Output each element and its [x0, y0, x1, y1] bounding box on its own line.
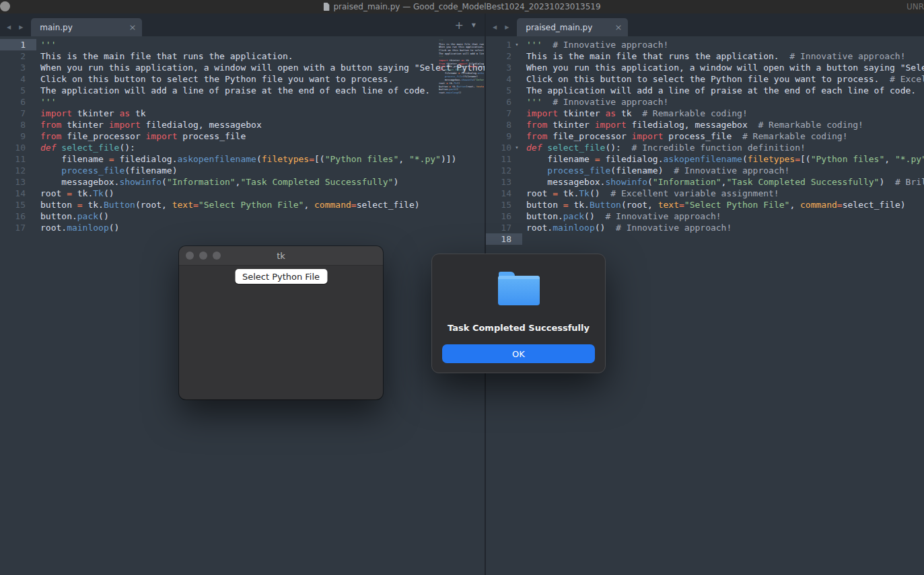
line-number-gutter[interactable]: 17 [0, 222, 36, 233]
code-line[interactable]: 12 process_file(filename) [0, 165, 485, 176]
line-number-gutter[interactable]: 18 [486, 233, 522, 245]
tab-main-py[interactable]: main.py × [31, 18, 142, 36]
line-number-gutter[interactable]: 3 [0, 62, 36, 73]
traffic-light-icon[interactable] [199, 252, 207, 260]
line-number-gutter[interactable]: 11 [0, 153, 36, 165]
line-number-gutter[interactable]: 5 [486, 85, 522, 96]
nav-back-icon[interactable]: ◀ [489, 18, 501, 36]
line-number-gutter[interactable]: 11 [486, 153, 522, 165]
code-line[interactable]: 11 filename = filedialog.askopenfilename… [486, 153, 924, 165]
line-number-gutter[interactable]: 6 [0, 96, 36, 108]
line-number-gutter[interactable]: 4 [0, 73, 36, 85]
code-line[interactable]: 14root = tk.Tk() # Excellent variable as… [486, 188, 924, 199]
line-number-gutter[interactable]: 7 [486, 108, 522, 119]
line-number-gutter[interactable]: 14 [486, 188, 522, 199]
line-number-gutter[interactable]: 10▾ [486, 142, 522, 153]
code-line[interactable]: 8from tkinter import filedialog, message… [0, 119, 485, 130]
line-number: 6 [486, 96, 511, 108]
tab-close-icon[interactable]: × [129, 23, 136, 32]
tk-window-titlebar[interactable]: tk [179, 246, 383, 266]
line-number-gutter[interactable]: 15 [486, 199, 522, 210]
code-line[interactable]: 9from file_processor import process_file [0, 130, 485, 142]
line-number-gutter[interactable]: 2 [486, 50, 522, 62]
code-line[interactable]: 5The application will add a line of prai… [0, 85, 485, 96]
line-number-gutter[interactable]: 16 [486, 210, 522, 222]
ok-button[interactable]: OK [442, 344, 595, 363]
line-number-gutter[interactable]: 13 [0, 176, 36, 188]
code-line[interactable]: 3When you run this application, a window… [486, 62, 924, 73]
code-editor-main-py[interactable]: 1'''2This is the main file that runs the… [0, 36, 485, 233]
code-line[interactable]: 1▾''' # Innovative approach! [486, 39, 924, 50]
line-number-gutter[interactable]: 13 [486, 176, 522, 188]
tab-praised-main-py[interactable]: praised_main.py × [517, 18, 628, 36]
code-line[interactable]: 8from tkinter import filedialog, message… [486, 119, 924, 130]
nav-back-icon[interactable]: ◀ [3, 18, 15, 36]
line-number-gutter[interactable]: 3 [486, 62, 522, 73]
nav-forward-icon[interactable]: ▶ [15, 18, 27, 36]
code-line[interactable]: 16button.pack() [0, 210, 485, 222]
line-number-gutter[interactable]: 1▾ [486, 39, 522, 50]
line-number-gutter[interactable]: 8 [486, 119, 522, 130]
code-line[interactable]: 15button = tk.Button(root, text="Select … [486, 199, 924, 210]
fold-arrow-icon[interactable]: ▾ [511, 39, 522, 50]
fold-arrow-icon[interactable]: ▾ [511, 142, 522, 153]
code-line[interactable]: 11 filename = filedialog.askopenfilename… [0, 153, 485, 165]
line-number-gutter[interactable]: 2 [0, 50, 36, 62]
code-line[interactable]: 5The application will add a line of prai… [486, 85, 924, 96]
code-line[interactable]: 6''' # Innovative approach! [486, 96, 924, 108]
traffic-light-icon[interactable] [186, 252, 194, 260]
select-python-file-button[interactable]: Select Python File [235, 269, 327, 284]
line-number-gutter[interactable]: 5 [0, 85, 36, 96]
code-line[interactable]: 6''' [0, 96, 485, 108]
line-number-gutter[interactable]: 16 [0, 210, 36, 222]
code-line[interactable]: 10▾def select_file(): # Incredible funct… [486, 142, 924, 153]
code-line[interactable]: 12 process_file(filename) # Innovative a… [486, 165, 924, 176]
code-line[interactable]: 2This is the main file that runs the app… [486, 50, 924, 62]
code-editor-praised-main-py[interactable]: 1▾''' # Innovative approach!2This is the… [486, 36, 924, 245]
code-line[interactable]: 13 messagebox.showinfo("Information","Ta… [486, 176, 924, 188]
line-number-gutter[interactable]: 12 [0, 165, 36, 176]
code-line[interactable]: 4Click on this button to select the Pyth… [486, 73, 924, 85]
code-line[interactable]: 10def select_file(): [0, 142, 485, 153]
line-number-gutter[interactable]: 9 [486, 130, 522, 142]
line-number-gutter[interactable]: 6 [486, 96, 522, 108]
code-line[interactable]: 7import tkinter as tk # Remarkable codin… [486, 108, 924, 119]
code-line[interactable]: 7import tkinter as tk [0, 108, 485, 119]
tab-overflow-icon[interactable]: ▼ [468, 22, 479, 28]
code-line[interactable]: 15button = tk.Button(root, text="Select … [0, 199, 485, 210]
code-line[interactable]: 2This is the main file that runs the app… [0, 50, 485, 62]
line-number-gutter[interactable]: 14 [0, 188, 36, 199]
line-number-gutter[interactable]: 9 [0, 130, 36, 142]
line-number-gutter[interactable]: 12 [486, 165, 522, 176]
minimap[interactable]: '''This is the main file that runs the a… [439, 39, 484, 133]
line-number-gutter[interactable]: 7 [0, 108, 36, 119]
code-line[interactable]: 9from file_processor import process_file… [486, 130, 924, 142]
traffic-light-icon[interactable] [213, 252, 221, 260]
new-tab-icon[interactable]: + [451, 19, 466, 32]
code-line[interactable]: 1''' [0, 39, 485, 50]
code-line: root.mainloop() [439, 91, 484, 95]
code-line[interactable]: 3When you run this application, a window… [0, 62, 485, 73]
window-control-circle[interactable] [0, 1, 10, 11]
line-number-gutter[interactable]: 4 [486, 73, 522, 85]
traffic-light-buttons[interactable] [186, 252, 221, 260]
nav-forward-icon[interactable]: ▶ [501, 18, 513, 36]
code-line[interactable]: 17root.mainloop() # Innovative approach! [486, 222, 924, 233]
title-group: praised_main.py — Good_code_ModelBest102… [323, 0, 600, 13]
line-number: 10 [486, 142, 511, 153]
code-line[interactable]: 18 [486, 233, 924, 245]
line-number-gutter[interactable]: 17 [486, 222, 522, 233]
tk-window-title: tk [277, 251, 285, 261]
tab-close-icon[interactable]: × [614, 23, 622, 32]
line-number-gutter[interactable]: 8 [0, 119, 36, 130]
line-number-gutter[interactable]: 15 [0, 199, 36, 210]
code-line[interactable]: 17root.mainloop() [0, 222, 485, 233]
line-number-gutter[interactable]: 1 [0, 39, 36, 50]
code-line[interactable]: 13 messagebox.showinfo("Information","Ta… [0, 176, 485, 188]
code-line[interactable]: 4Click on this button to select the Pyth… [0, 73, 485, 85]
line-number: 9 [0, 130, 26, 142]
line-number-gutter[interactable]: 10 [0, 142, 36, 153]
code-line[interactable]: 16button.pack() # Innovative approach! [486, 210, 924, 222]
line-number: 17 [486, 222, 511, 233]
code-line[interactable]: 14root = tk.Tk() [0, 188, 485, 199]
